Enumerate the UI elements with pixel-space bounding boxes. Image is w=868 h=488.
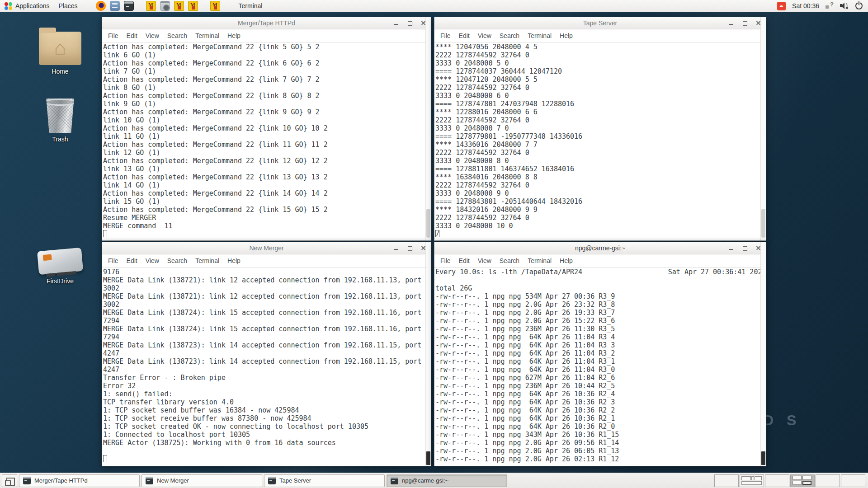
scrollbar-thumb[interactable]: [761, 451, 765, 465]
remote-access-icon[interactable]: [777, 2, 786, 10]
places-menu[interactable]: Places: [54, 0, 82, 12]
mini-window: [751, 476, 754, 480]
desktop-icon-firstdrive[interactable]: FirstDrive: [26, 248, 94, 285]
terminal-output-npg-carme-gsi[interactable]: Every 10.0s: ls -lth /TapeData/APR24 Sat…: [434, 267, 766, 466]
clock[interactable]: Sat 00:36: [792, 2, 819, 9]
scrollbar[interactable]: [425, 242, 431, 466]
terminal-line: MERGE Data Link (138721): link 12 accept…: [103, 276, 431, 284]
terminal-line: -rw-r--r--. 1 npg npg 236M Apr 26 11:30 …: [435, 325, 766, 333]
menu-terminal[interactable]: Terminal: [524, 32, 556, 39]
minimize-button[interactable]: [728, 20, 734, 26]
terminal-line: link 9 GO (1): [103, 100, 431, 108]
menu-file[interactable]: File: [436, 32, 455, 39]
terminal-line: -rw-r--r--. 1 npg npg 2.0G Apr 26 09:56 …: [435, 439, 766, 447]
menu-edit[interactable]: Edit: [123, 32, 142, 39]
menu-edit[interactable]: Edit: [455, 257, 474, 264]
menu-file[interactable]: File: [104, 32, 123, 39]
firefox-icon[interactable]: [96, 1, 106, 11]
taskbar-button-tape-server[interactable]: Tape Server: [264, 474, 385, 487]
panel-launchers: [96, 1, 224, 11]
maximize-button[interactable]: [742, 245, 748, 251]
terminal-output-new-merger[interactable]: 9176MERGE Data Link (138721): link 12 ac…: [102, 267, 431, 466]
maximize-button[interactable]: [742, 20, 748, 26]
scrollbar[interactable]: [425, 17, 431, 240]
terminal-line: MERGE Data Link (138724): link 15 accept…: [103, 325, 431, 333]
terminal-line: Action has completed: MergeCommand 22 {l…: [103, 173, 431, 181]
workspace-4[interactable]: [790, 474, 815, 487]
terminal-output-merger-tape-httpd[interactable]: Action has completed: MergeCommand 22 {l…: [102, 42, 431, 240]
window-tape-server: Tape Server FileEditViewSearchTerminalHe…: [434, 17, 766, 241]
workspace-1[interactable]: [714, 474, 739, 487]
desktop-icon-trash[interactable]: Trash: [26, 99, 94, 143]
minimize-button[interactable]: [728, 245, 734, 251]
maximize-button[interactable]: [407, 20, 413, 26]
menu-view[interactable]: View: [474, 32, 495, 39]
workspace-2[interactable]: [740, 474, 764, 487]
titlebar[interactable]: Tape Server: [434, 17, 766, 29]
menu-help[interactable]: Help: [223, 32, 245, 39]
terminal-line: -rw-r--r--. 1 npg npg 534M Apr 27 00:36 …: [435, 292, 766, 300]
midas-icon[interactable]: [174, 1, 184, 11]
show-desktop-button[interactable]: [2, 474, 17, 487]
titlebar[interactable]: New Merger: [102, 242, 431, 254]
maximize-button[interactable]: [407, 245, 413, 251]
taskbar-button-new-merger[interactable]: New Merger: [142, 474, 262, 487]
scrollbar-thumb[interactable]: [761, 209, 765, 238]
menu-search[interactable]: Search: [495, 257, 524, 264]
scrollbar[interactable]: [760, 17, 766, 240]
mini-window: [741, 481, 762, 485]
terminal-launcher-icon[interactable]: [124, 1, 134, 11]
file-manager-icon[interactable]: [110, 1, 120, 11]
scrollbar-thumb[interactable]: [426, 451, 430, 465]
scrollbar-thumb[interactable]: [426, 209, 430, 238]
menu-help[interactable]: Help: [223, 257, 245, 264]
titlebar[interactable]: Merger/Tape HTTPd: [102, 17, 431, 29]
taskbar-button-npg-carme-gsi[interactable]: npg@carme-gsi:~: [387, 474, 507, 487]
workspace-5[interactable]: [816, 474, 840, 487]
scrollbar[interactable]: [760, 242, 766, 466]
menu-file[interactable]: File: [436, 257, 455, 264]
terminal-cursor: /: [435, 230, 439, 237]
applications-menu-icon: [5, 2, 12, 10]
menu-terminal[interactable]: Terminal: [524, 257, 556, 264]
terminal-line: 3333 0 2048000 8 0: [435, 157, 766, 165]
screenshot-icon[interactable]: [160, 1, 170, 11]
volume-muted-icon[interactable]: )✕: [840, 2, 849, 9]
midas-icon[interactable]: [210, 1, 220, 11]
minimize-button[interactable]: [393, 245, 399, 251]
focused-app-label[interactable]: Terminal: [239, 2, 263, 9]
desktop-icon-home[interactable]: ⌂ Home: [26, 32, 94, 75]
midas-icon[interactable]: [188, 1, 198, 11]
menu-search[interactable]: Search: [163, 32, 191, 39]
menu-search[interactable]: Search: [163, 257, 191, 264]
menu-file[interactable]: File: [104, 257, 123, 264]
menu-terminal[interactable]: Terminal: [191, 257, 223, 264]
menu-view[interactable]: View: [142, 32, 163, 39]
workspace-6[interactable]: [841, 474, 865, 487]
menu-edit[interactable]: Edit: [123, 257, 142, 264]
menu-help[interactable]: Help: [556, 257, 577, 264]
minimize-button[interactable]: [393, 20, 399, 26]
menu-terminal[interactable]: Terminal: [191, 32, 223, 39]
terminal-line: 3002: [103, 284, 431, 292]
network-question-icon[interactable]: [826, 3, 834, 9]
terminal-output-tape-server[interactable]: **** 12047056 2048000 4 52222 1278744592…: [434, 42, 766, 240]
titlebar[interactable]: npg@carme-gsi:~: [434, 242, 766, 254]
terminal-line: 1: TCP socket send buffer was 16384 - no…: [103, 406, 431, 414]
menu-view[interactable]: View: [142, 257, 163, 264]
menu-help[interactable]: Help: [556, 32, 577, 39]
taskbar-button-merger-tape-httpd[interactable]: Merger/Tape HTTPd: [19, 474, 140, 487]
terminal-line: 3333 0 2048000 9 0: [435, 189, 766, 197]
workspace-3[interactable]: [765, 474, 789, 487]
terminal-line: MERGE command 11: [103, 222, 431, 230]
midas-icon[interactable]: [146, 1, 156, 11]
home-folder-icon: ⌂: [39, 32, 81, 65]
terminal-window-icon: [391, 477, 398, 484]
mini-window: [755, 476, 762, 480]
terminal-line: -rw-r--r--. 1 npg npg 64K Apr 26 11:04 R…: [435, 366, 766, 374]
menu-search[interactable]: Search: [495, 32, 524, 39]
menu-view[interactable]: View: [474, 257, 495, 264]
power-icon[interactable]: [855, 2, 863, 9]
applications-menu[interactable]: Applications: [0, 0, 54, 12]
menu-edit[interactable]: Edit: [455, 32, 474, 39]
